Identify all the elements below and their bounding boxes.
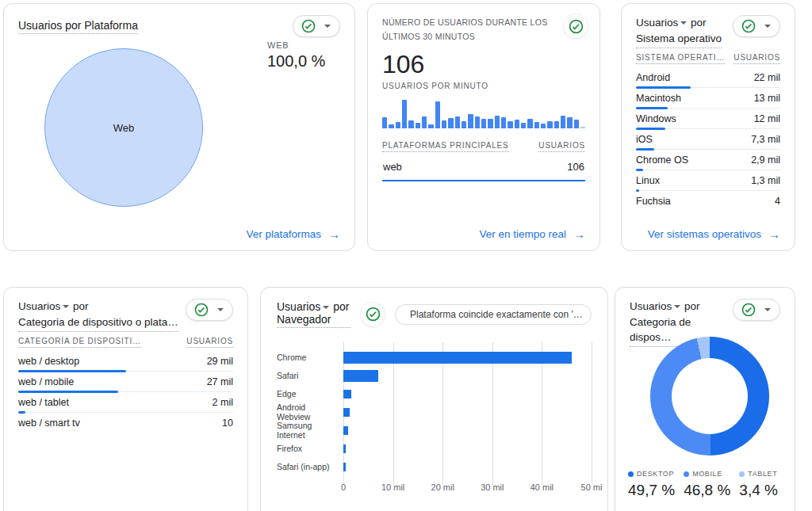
users-per-minute-sparkline [382, 98, 585, 128]
validity-dropdown-button[interactable] [293, 15, 340, 37]
row-value: 27 mil [207, 376, 233, 387]
legend-dot [739, 471, 745, 477]
table-row: Android22 mil [636, 67, 780, 88]
bar-label: Chrome [277, 353, 343, 363]
device-table: web / desktop29 milweb / mobile27 milweb… [18, 351, 233, 433]
table-row: Chrome OS2,9 mil [636, 150, 780, 170]
pie-slice-label: Web [113, 122, 135, 134]
row-label: Android [636, 72, 670, 83]
arrow-right-icon: → [768, 227, 780, 241]
check-circle-icon [741, 19, 756, 33]
validity-badge[interactable] [563, 13, 588, 39]
platform-filter-chip[interactable]: Plataforma coincide exactamente con '… [395, 304, 592, 325]
axis-tick-label: 30 mil [481, 482, 504, 492]
axis-tick-label: 40 mil [530, 482, 553, 492]
row-label: Windows [636, 113, 676, 124]
legend-label-row: MOBILE [684, 470, 730, 478]
pie-legend: WEB 100,0 % [267, 40, 325, 71]
bar-label: Samsung Internet [277, 421, 343, 440]
validity-dropdown-button[interactable] [733, 299, 780, 321]
row-value: 29 mil [207, 356, 233, 367]
view-platforms-link[interactable]: Ver plataformas→ [246, 227, 340, 241]
spark-bar [547, 121, 552, 128]
bar-row: Safari [277, 367, 592, 385]
table-row: web / tablet2 mil [18, 392, 233, 413]
card-title[interactable]: Usuarios por Navegador [277, 300, 350, 328]
validity-badge[interactable] [360, 302, 385, 327]
spark-bar [527, 119, 532, 128]
view-os-link[interactable]: Ver sistemas operativos→ [648, 227, 780, 241]
bar [343, 370, 378, 382]
row-value: 12 mil [754, 113, 780, 124]
spark-bar [574, 120, 579, 128]
metric-dropdown[interactable]: Usuarios [636, 17, 688, 29]
os-table: Android22 milMacintosh13 milWindows12 mi… [636, 67, 780, 211]
spark-bar [468, 114, 473, 128]
bar [343, 444, 346, 453]
bar-label: Safari (in-app) [277, 463, 343, 472]
chevron-down-icon [323, 306, 329, 309]
legend-value: 3,4 % [739, 482, 778, 499]
spark-bar [508, 121, 512, 128]
check-circle-icon [194, 303, 209, 317]
axis-tick-label: 50 mi [581, 482, 603, 492]
metric-dropdown[interactable]: Usuarios [630, 300, 681, 312]
arrow-right-icon: → [328, 227, 340, 241]
bar [343, 352, 572, 364]
bar-row: Safari (in-app) [277, 458, 592, 476]
gridline [592, 342, 592, 485]
bar-label: Edge [277, 390, 343, 399]
row-label: web / mobile [18, 376, 74, 387]
bar [343, 390, 351, 399]
row-value: 1,3 mil [751, 175, 780, 186]
table-row: web / smart tv10 [18, 413, 233, 433]
card-users-by-os: Usuarios por Sistema operativo SISTEMA O… [621, 3, 795, 251]
bar-track [343, 403, 592, 421]
legend-value: 46,8 % [684, 482, 730, 499]
spark-bar [408, 120, 413, 128]
row-label: Linux [636, 175, 660, 186]
spark-bar [462, 121, 466, 128]
card-users-by-platform: Usuarios por Plataforma Web WEB 100,0 % … [3, 3, 355, 251]
bar-track [343, 440, 592, 458]
legend-label-row: DESKTOP [628, 470, 675, 478]
dimension-label[interactable]: Categoria de dispositivo o plata… [18, 315, 178, 332]
validity-dropdown-button[interactable] [186, 299, 233, 321]
chevron-down-icon [680, 21, 687, 25]
column-header-device-category: CATEGORÍA DE DISPOSITI… [18, 337, 141, 348]
table-row: iOS7,3 mil [636, 129, 780, 150]
row-label: web / tablet [18, 397, 69, 408]
table-row: web 106 [382, 154, 585, 181]
spark-bar [554, 121, 559, 128]
spark-bar [534, 122, 539, 128]
legend-label: WEB [267, 40, 325, 50]
card-users-by-device-donut: Usuarios por Categoria de dispos… DESKTO… [615, 287, 795, 511]
legend-value: 100,0 % [267, 52, 325, 71]
legend-item: DESKTOP49,7 % [628, 470, 675, 499]
spark-bar [501, 117, 506, 128]
card-users-by-browser: Usuarios por Navegador Plataforma coinci… [260, 287, 608, 511]
row-label: web / desktop [18, 356, 79, 367]
card-title: Usuarios por Sistema operativo [636, 15, 722, 48]
users-per-minute-label: USUARIOS POR MINUTO [382, 82, 585, 90]
spark-bar [455, 116, 460, 128]
metric-dropdown[interactable]: Usuarios [18, 300, 70, 312]
card-title[interactable]: Usuarios por Plataforma [18, 19, 138, 34]
card-realtime-users: NÚMERO DE USUARIOS DURANTE LOS ÚLTIMOS 3… [367, 3, 600, 251]
validity-dropdown-button[interactable] [733, 15, 780, 37]
view-realtime-link[interactable]: Ver en tiempo real→ [479, 227, 585, 241]
spark-bar [402, 100, 407, 128]
legend-label-row: TABLET [739, 470, 778, 478]
bar [343, 463, 346, 471]
bar-track [343, 349, 592, 367]
row-value: 10 [222, 418, 233, 429]
bar-track [343, 421, 592, 440]
spark-bar [448, 118, 453, 128]
bar-track [343, 458, 592, 476]
spark-bar [580, 127, 585, 128]
column-header-os: SISTEMA OPERATI… [636, 53, 725, 64]
spark-bar [488, 119, 492, 128]
spark-bar [521, 123, 526, 128]
chevron-down-icon [764, 25, 771, 28]
dimension-label[interactable]: Sistema operativo [636, 31, 722, 48]
